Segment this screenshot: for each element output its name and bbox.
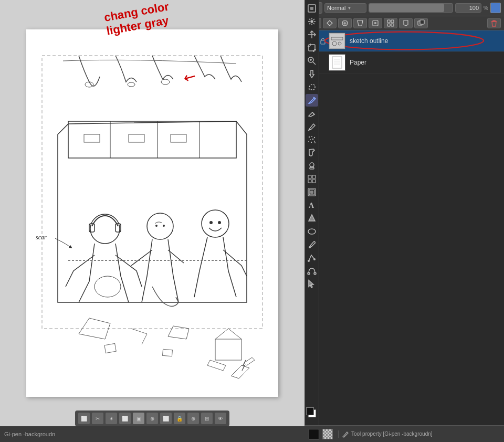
svg-point-14 bbox=[94, 276, 121, 297]
blend-mode-dropdown[interactable]: Normal ▼ bbox=[324, 3, 366, 13]
tb2-btn6[interactable] bbox=[384, 18, 397, 28]
canvas-area: scar bbox=[0, 0, 304, 442]
svg-point-101 bbox=[309, 246, 311, 248]
toolbar-lock-icon[interactable]: 🔒 bbox=[174, 413, 185, 424]
toolbar-eye-icon[interactable]: 👁 bbox=[215, 413, 226, 424]
tool-zoom[interactable] bbox=[306, 55, 318, 67]
tool-pan[interactable] bbox=[306, 68, 318, 80]
svg-rect-34 bbox=[374, 22, 376, 24]
layer-lock-sketch[interactable] bbox=[319, 37, 327, 45]
svg-text:scar: scar bbox=[36, 234, 47, 241]
svg-point-10 bbox=[161, 79, 170, 85]
toolbar-box2-icon[interactable]: ⬜ bbox=[160, 413, 172, 424]
background-color-box[interactable] bbox=[322, 429, 333, 439]
tb2-delete-btn[interactable] bbox=[487, 18, 501, 28]
tool-text[interactable]: A bbox=[306, 199, 318, 212]
tool-spray[interactable] bbox=[306, 133, 318, 146]
toolbar-rect-icon[interactable]: ⬜ bbox=[78, 413, 90, 424]
opacity-slider[interactable] bbox=[369, 3, 453, 13]
svg-rect-98 bbox=[310, 191, 313, 194]
color-foreground-bg[interactable] bbox=[306, 407, 318, 419]
svg-rect-90 bbox=[310, 167, 314, 169]
layer-row-sketch[interactable]: sketch outline bbox=[304, 30, 504, 52]
svg-point-100 bbox=[308, 229, 316, 234]
svg-rect-5 bbox=[84, 134, 100, 142]
svg-point-17 bbox=[163, 225, 165, 227]
svg-text:A: A bbox=[309, 202, 314, 209]
drawing-canvas[interactable]: scar bbox=[26, 29, 278, 397]
svg-point-103 bbox=[313, 258, 316, 260]
svg-point-15 bbox=[147, 213, 173, 239]
svg-point-20 bbox=[218, 221, 221, 224]
tool-fill[interactable] bbox=[306, 146, 318, 159]
tool-pen[interactable] bbox=[306, 94, 318, 107]
tool-transform[interactable] bbox=[306, 28, 318, 41]
svg-line-66 bbox=[313, 19, 314, 20]
svg-rect-1 bbox=[68, 121, 236, 158]
tb2-btn3[interactable] bbox=[338, 18, 352, 28]
tb2-btn5[interactable] bbox=[369, 18, 382, 28]
tool-property-icon bbox=[342, 430, 349, 438]
canvas-bottom-toolbar: ⬜ ✂ ✶ ⬜ ▣ ⊕ ⬜ 🔒 ⊕ ⊞ 👁 bbox=[75, 411, 229, 426]
top-toolbar-row2 bbox=[304, 16, 504, 30]
tb2-btn7[interactable] bbox=[399, 18, 413, 28]
tool-eraser[interactable] bbox=[306, 107, 318, 120]
tool-eyedropper[interactable] bbox=[306, 238, 318, 251]
svg-rect-23 bbox=[104, 343, 116, 353]
tool-property-label: Tool property [Gi-pen -backgroudn] bbox=[351, 431, 433, 437]
svg-rect-46 bbox=[330, 34, 344, 48]
tool-ellipse-select[interactable] bbox=[306, 225, 318, 238]
canvas-statusbar: Gi-pen -backgroudn bbox=[0, 426, 304, 442]
opacity-percent: % bbox=[484, 5, 488, 11]
tool-pointer[interactable] bbox=[306, 278, 318, 290]
svg-rect-0 bbox=[42, 56, 262, 329]
svg-point-9 bbox=[128, 82, 135, 87]
top-toolbar-row1: Normal ▼ 100 % bbox=[304, 0, 504, 16]
layer-row-paper[interactable]: Paper bbox=[304, 52, 504, 73]
tool-crop[interactable] bbox=[306, 41, 318, 54]
svg-rect-38 bbox=[391, 24, 394, 26]
toolbar-box3-icon[interactable]: ⊞ bbox=[201, 413, 213, 424]
tool-path[interactable] bbox=[306, 251, 318, 264]
svg-point-81 bbox=[311, 136, 312, 137]
tool-navigator[interactable] bbox=[306, 2, 318, 15]
toolbar-plus2-icon[interactable]: ⊕ bbox=[187, 413, 199, 424]
toolbar-plus-icon[interactable]: ⊕ bbox=[146, 413, 158, 424]
tb2-btn2[interactable] bbox=[323, 18, 337, 28]
blend-dropdown-chevron: ▼ bbox=[347, 6, 351, 10]
opacity-value[interactable]: 100 bbox=[455, 3, 481, 13]
toolbar-sun-icon[interactable]: ✶ bbox=[106, 413, 117, 424]
tool-stamp[interactable] bbox=[306, 160, 318, 172]
svg-point-87 bbox=[314, 141, 315, 142]
color-swatch[interactable] bbox=[490, 3, 501, 13]
statusbar-label: Gi-pen -backgroudn bbox=[4, 431, 55, 437]
layer-name-paper: Paper bbox=[350, 59, 501, 66]
svg-rect-71 bbox=[309, 45, 315, 51]
toolbar-select-icon[interactable]: ▣ bbox=[133, 413, 144, 424]
tool-grid[interactable] bbox=[306, 173, 318, 185]
svg-point-19 bbox=[209, 221, 213, 224]
layer-thumbnail-sketch bbox=[329, 33, 345, 49]
svg-point-83 bbox=[310, 139, 311, 140]
tool-pencil[interactable] bbox=[306, 120, 318, 133]
svg-rect-93 bbox=[312, 175, 316, 178]
svg-line-77 bbox=[313, 62, 316, 65]
foreground-color-box[interactable] bbox=[309, 429, 319, 439]
tb2-btn8[interactable] bbox=[414, 18, 428, 28]
tool-magic-wand[interactable] bbox=[306, 15, 318, 28]
svg-rect-7 bbox=[171, 134, 186, 142]
svg-point-82 bbox=[314, 137, 315, 138]
tool-bezier[interactable] bbox=[306, 265, 318, 277]
right-panel: Normal ▼ 100 % bbox=[304, 0, 504, 442]
tool-shape-fill[interactable] bbox=[306, 212, 318, 225]
toolbar-cut-icon[interactable]: ✂ bbox=[92, 413, 103, 424]
svg-point-68 bbox=[311, 20, 313, 23]
svg-point-89 bbox=[310, 163, 314, 167]
svg-point-88 bbox=[314, 142, 316, 143]
svg-rect-36 bbox=[391, 20, 394, 23]
tool-freeselect[interactable] bbox=[306, 81, 318, 93]
tool-smart-patch[interactable] bbox=[306, 186, 318, 198]
tb2-btn4[interactable] bbox=[353, 18, 367, 28]
toolbar-box-icon[interactable]: ⬜ bbox=[119, 413, 131, 424]
svg-rect-35 bbox=[387, 20, 390, 23]
